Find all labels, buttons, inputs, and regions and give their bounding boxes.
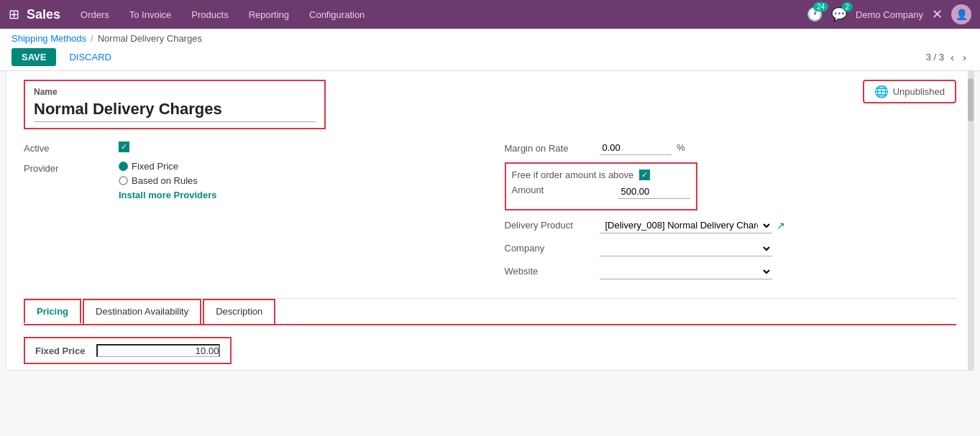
provider-rules-label: Based on Rules (132, 175, 198, 186)
website-row: Website (505, 264, 957, 279)
fixed-price-box: Fixed Price (24, 337, 232, 364)
tabs-section: Pricing Destination Availability Descrip… (24, 298, 956, 370)
nav-links: Orders To Invoice Products Reporting Con… (78, 8, 807, 22)
pct-label: % (677, 142, 685, 153)
form-fields: Active ✓ Provider Fixed Price (24, 141, 956, 287)
grid-icon[interactable]: ⊞ (9, 6, 19, 22)
globe-icon: 🌐 (874, 85, 889, 98)
pager-text: 3 / 3 (926, 52, 944, 62)
tab-pricing[interactable]: Pricing (24, 299, 81, 324)
amount-row: Amount (512, 185, 690, 199)
provider-fixed-radio[interactable] (119, 162, 128, 171)
content-area: 🌐 Unpublished Name Normal Delivery Charg… (0, 71, 980, 436)
avatar[interactable]: 👤 (951, 4, 971, 24)
free-if-label: Free if order amount is above (512, 170, 634, 180)
close-icon[interactable]: ✕ (932, 6, 943, 22)
form-card: 🌐 Unpublished Name Normal Delivery Charg… (6, 71, 974, 371)
company-selector[interactable]: Demo Company (856, 9, 923, 20)
company-row: Company (505, 241, 957, 256)
pager: 3 / 3 ‹ › (926, 51, 968, 63)
margin-label: Margin on Rate (505, 141, 591, 154)
breadcrumb-current: Normal Delivery Charges (98, 33, 202, 44)
name-field-value[interactable]: Normal Delivery Charges (34, 100, 316, 119)
name-underline (34, 121, 316, 122)
website-select[interactable] (600, 264, 772, 279)
name-field-label: Name (34, 87, 316, 97)
scrollbar[interactable] (968, 71, 974, 370)
active-checkbox[interactable]: ✓ (119, 142, 129, 152)
external-link-icon[interactable]: ↗ (777, 220, 785, 231)
margin-input[interactable] (600, 141, 672, 155)
unpublished-label: Unpublished (893, 86, 945, 97)
breadcrumb-parent[interactable]: Shipping Methods (12, 33, 86, 44)
fixed-price-label: Fixed Price (35, 345, 85, 356)
active-row: Active ✓ (24, 141, 476, 154)
install-providers-link[interactable]: Install more Providers (119, 190, 476, 200)
active-value: ✓ (119, 141, 476, 152)
provider-rules-radio[interactable] (119, 176, 128, 185)
topnav-right: 🕐 24 💬 2 Demo Company ✕ 👤 (807, 4, 971, 24)
nav-orders[interactable]: Orders (78, 8, 112, 22)
provider-fixed-row: Fixed Price (119, 161, 476, 172)
discard-button[interactable]: DISCARD (62, 48, 119, 66)
provider-rules-row: Based on Rules (119, 175, 476, 186)
message-count: 2 (842, 2, 853, 11)
delivery-product-label: Delivery Product (505, 218, 591, 231)
provider-fixed-label: Fixed Price (132, 161, 178, 172)
amount-label: Amount (512, 185, 613, 195)
fixed-price-input[interactable] (96, 344, 220, 357)
company-label: Company (505, 241, 591, 254)
free-if-checkbox[interactable]: ✓ (639, 170, 650, 180)
subheader: Shipping Methods / Normal Delivery Charg… (0, 29, 980, 71)
free-if-row: Free if order amount is above ✓ (512, 170, 690, 180)
name-section: Name Normal Delivery Charges (24, 80, 326, 129)
tab-destination[interactable]: Destination Availability (83, 299, 201, 324)
amount-input[interactable] (618, 185, 690, 199)
topnav: ⊞ Sales Orders To Invoice Products Repor… (0, 0, 980, 29)
provider-options: Fixed Price Based on Rules Install more … (119, 161, 476, 200)
nav-reporting[interactable]: Reporting (246, 8, 292, 22)
delivery-product-value: [Delivery_008] Normal Delivery Charges ↗ (600, 218, 785, 233)
unpublished-button[interactable]: 🌐 Unpublished (863, 80, 956, 103)
activity-badge-wrap[interactable]: 🕐 24 (807, 6, 823, 22)
nav-configuration[interactable]: Configuration (306, 8, 367, 22)
scroll-thumb[interactable] (968, 78, 974, 121)
nav-to-invoice[interactable]: To Invoice (127, 8, 175, 22)
breadcrumb: Shipping Methods / Normal Delivery Charg… (12, 33, 968, 44)
activity-count: 24 (813, 2, 828, 11)
save-button[interactable]: SAVE (12, 48, 56, 66)
active-label: Active (24, 141, 110, 154)
tab-description[interactable]: Description (203, 299, 275, 324)
pager-next[interactable]: › (961, 51, 968, 63)
tabs-bar: Pricing Destination Availability Descrip… (24, 299, 956, 325)
tab-content-pricing: Fixed Price (24, 325, 956, 370)
provider-label: Provider (24, 161, 110, 174)
right-col: Margin on Rate % Free if order amount is… (505, 141, 957, 287)
message-badge-wrap[interactable]: 💬 2 (831, 6, 847, 22)
left-col: Active ✓ Provider Fixed Price (24, 141, 476, 287)
margin-value: % (600, 141, 957, 155)
website-label: Website (505, 264, 591, 277)
free-if-box: Free if order amount is above ✓ Amount (505, 162, 697, 210)
pager-prev[interactable]: ‹ (948, 51, 956, 63)
toolbar: SAVE DISCARD 3 / 3 ‹ › (12, 48, 968, 70)
margin-row: Margin on Rate % (505, 141, 957, 155)
delivery-product-select[interactable]: [Delivery_008] Normal Delivery Charges (600, 218, 772, 233)
brand-label: Sales (27, 7, 60, 22)
company-select[interactable] (600, 241, 772, 256)
delivery-product-row: Delivery Product [Delivery_008] Normal D… (505, 218, 957, 233)
breadcrumb-separator: / (91, 33, 93, 44)
nav-products[interactable]: Products (188, 8, 231, 22)
provider-row: Provider Fixed Price Based on Rules Inst… (24, 161, 476, 200)
